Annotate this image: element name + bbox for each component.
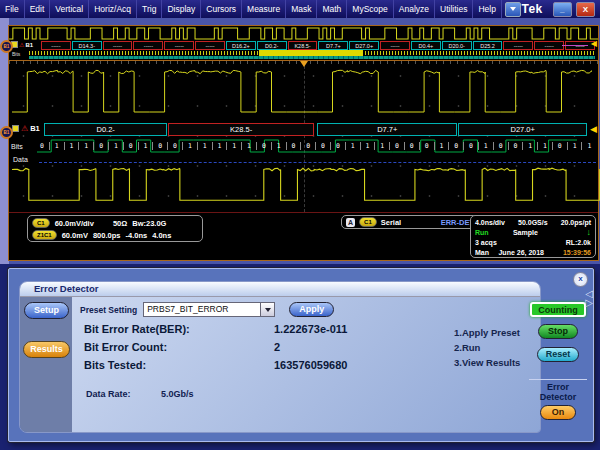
error-detector-on-button[interactable]: On (540, 405, 576, 420)
tab-setup[interactable]: Setup (24, 302, 69, 319)
bit-value: 1 (522, 142, 537, 150)
bit-value: 1 (567, 142, 582, 150)
menu-item[interactable]: Vertical (50, 0, 89, 18)
bits-row: Bits 01110101001111101000011100010010011… (11, 138, 596, 154)
channel-readout-box[interactable]: C1 60.0mV/div 50Ω Bw:23.0G Z1C1 60.0mV 8… (27, 215, 203, 242)
decode-symbol-box-error: K28.5- (168, 123, 314, 136)
bit-value: 0 (508, 142, 523, 150)
main-bus-badge[interactable]: B1 (0, 126, 13, 139)
down-arrow-icon: ↓ (587, 227, 592, 237)
error-detector-group-label: Error Detector (540, 382, 577, 402)
overview-decode-row: -----D14.3---------------------D16.2+D0.… (41, 41, 595, 50)
chevron-down-icon (510, 7, 516, 11)
ch1-scale: 60.0mV/div (55, 219, 94, 228)
trigger-readout-box[interactable]: A C1 Serial ERR-DET (341, 215, 479, 229)
menu-item[interactable]: Math (317, 0, 347, 18)
decode-symbol-box: D0.2- (44, 123, 167, 136)
bit-value: 1 (581, 142, 596, 150)
counting-status-button[interactable]: Counting (530, 302, 586, 317)
main-bus-label-group: ⚠ B1 (12, 124, 40, 133)
main-waveform-view: ⚠ B1 D0.2- K28.5- D7.7+ D27.0+ ◀ Bits 01… (9, 61, 598, 213)
bit-value: 0 (167, 142, 182, 150)
ber-label: Bit Error Rate(BER): (84, 323, 190, 335)
menu-item[interactable]: Mask (286, 0, 317, 18)
bit-value: 0 (493, 142, 508, 150)
error-count-value: 2 (274, 341, 280, 353)
overview-bus-badge[interactable]: B1 (0, 40, 13, 53)
bit-value: 1 (78, 142, 93, 150)
zoom-window-highlight[interactable] (259, 50, 363, 56)
main-bus-name: B1 (30, 124, 40, 133)
menu-items: FileEditVerticalHoriz/AcqTrigDisplayCurs… (0, 0, 502, 18)
apply-button[interactable]: Apply (289, 302, 334, 317)
bit-value: 0 (300, 142, 315, 150)
a-trigger-icon: A (346, 218, 355, 227)
acq-state: Run (475, 229, 489, 236)
menu-item[interactable]: Analyze (394, 0, 435, 18)
overview-bus-label-group: ⚠ B1 (11, 41, 33, 48)
menu-item[interactable]: Display (162, 0, 201, 18)
instructions: 1.Apply Preset2.Run3.View Results (454, 325, 520, 370)
acquisition-readout-box[interactable]: 4.0ns/div 50.0GS/s 20.0ps/pt Run Sample … (470, 215, 596, 258)
bit-value: 1 (64, 142, 79, 150)
menu-dropdown-button[interactable] (505, 2, 522, 17)
menu-item[interactable]: Utilities (435, 0, 473, 18)
data-rate-label: Data Rate: (86, 389, 131, 399)
warning-icon: ⚠ (19, 42, 24, 48)
bits-tested-label: Bits Tested: (84, 359, 146, 371)
tab-results[interactable]: Results (23, 341, 70, 358)
error-count-row: Bit Error Count: 2 (84, 341, 167, 353)
preset-setting-value[interactable]: PRBS7_BIT_ERROR (143, 302, 260, 317)
bit-value: 0 (286, 142, 301, 150)
menu-item[interactable]: Trig (137, 0, 162, 18)
minimize-button[interactable]: _ (553, 2, 572, 17)
instruction-line: 1.Apply Preset (454, 325, 520, 340)
dialog-body: Setup Results Preset Setting PRBS7_BIT_E… (20, 297, 540, 432)
bit-value: 0 (552, 142, 567, 150)
data-label: Data (13, 156, 28, 163)
record-length: RL:2.0k (566, 239, 591, 246)
dialog-dock-control[interactable]: ◁ ▷ (585, 289, 593, 307)
menu-item[interactable]: Measure (242, 0, 286, 18)
stop-button[interactable]: Stop (538, 324, 578, 339)
overview-trace (9, 26, 598, 41)
menu-item[interactable]: Cursors (201, 0, 242, 18)
overview-decode-box: D7.7+ (318, 41, 348, 50)
bit-value: 1 (374, 142, 389, 150)
overview-decode-box: D14.3- (72, 41, 102, 50)
zoom-scale: 60.0mV (62, 231, 88, 240)
trigger-mode: ERR-DET (441, 218, 474, 227)
bit-value: 1 (212, 142, 227, 150)
menu-item[interactable]: Horiz/Acq (89, 0, 137, 18)
menu-item[interactable]: MyScope (347, 0, 393, 18)
trigger-type: Serial (381, 218, 401, 227)
bit-value: 1 (182, 142, 197, 150)
dialog-close-button[interactable]: x (573, 272, 588, 287)
bit-value: 0 (256, 142, 271, 150)
error-detector-dialog: x ◁ ▷ Error Detector Setup Results Prese… (8, 268, 594, 442)
bit-value: 0 (152, 142, 167, 150)
close-window-button[interactable]: X (576, 2, 595, 17)
overview-decode-box: ----- (164, 41, 194, 50)
dialog-side-controls: Counting Stop Reset Error Detector On (528, 302, 588, 420)
overview-decode-box: D25.2 (473, 41, 503, 50)
overview-decode-box: D20.0- (442, 41, 472, 50)
bus-marker-icon (12, 125, 19, 132)
overview-decode-box: ----- (133, 41, 163, 50)
bit-value: 1 (241, 142, 256, 150)
ber-value: 1.222673e-011 (274, 323, 347, 335)
zoom-width: 4.0ns (152, 231, 171, 240)
overview-trail-line (562, 45, 588, 46)
overview-decode-box: ----- (41, 41, 71, 50)
menu-item[interactable]: File (0, 0, 25, 18)
decode-left-arrow-icon: ◀ (590, 125, 597, 134)
reset-button[interactable]: Reset (537, 347, 579, 362)
trigger-position-icon[interactable] (300, 61, 308, 67)
overview-decode-box: D0.4+ (411, 41, 441, 50)
preset-dropdown-button[interactable] (260, 302, 275, 317)
dropdown-arrow-icon (265, 308, 271, 312)
bit-value: 1 (434, 142, 449, 150)
menu-item[interactable]: Help (473, 0, 501, 18)
menu-item[interactable]: Edit (25, 0, 51, 18)
instruction-line: 2.Run (454, 340, 520, 355)
